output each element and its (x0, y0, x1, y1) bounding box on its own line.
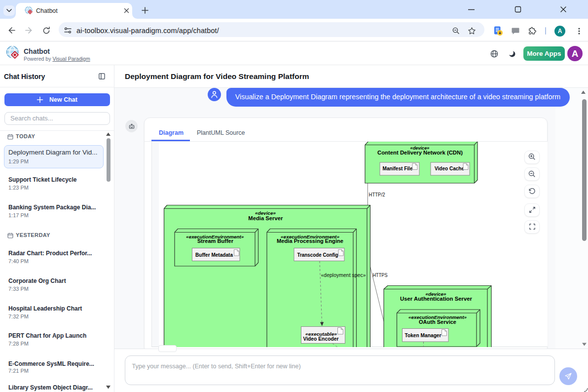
svg-text:Stream Buffer: Stream Buffer (197, 238, 233, 244)
svg-text:Token Manager: Token Manager (405, 333, 441, 338)
svg-text:«deployment spec»: «deployment spec» (321, 272, 366, 278)
svg-text:Transcode Config: Transcode Config (297, 252, 338, 258)
svg-text:User Authentication Server: User Authentication Server (400, 296, 472, 302)
svg-text:Video Cache: Video Cache (435, 166, 464, 171)
svg-text:Media Processing Engine: Media Processing Engine (277, 238, 343, 244)
svg-text:Manifest File: Manifest File (383, 166, 413, 171)
svg-text:OAuth Service: OAuth Service (419, 319, 456, 325)
svg-text:Buffer Metadata: Buffer Metadata (195, 252, 233, 258)
svg-text:«executable»: «executable» (305, 331, 337, 337)
svg-text:Video Encoder: Video Encoder (303, 336, 339, 342)
svg-text:HTTP/2: HTTP/2 (369, 192, 385, 197)
svg-text:Content Delivery Network (CDN): Content Delivery Network (CDN) (377, 150, 463, 156)
svg-text:«device»: «device» (255, 210, 276, 216)
svg-text:Media Server: Media Server (248, 216, 283, 221)
svg-text:HTTPS: HTTPS (373, 272, 388, 278)
